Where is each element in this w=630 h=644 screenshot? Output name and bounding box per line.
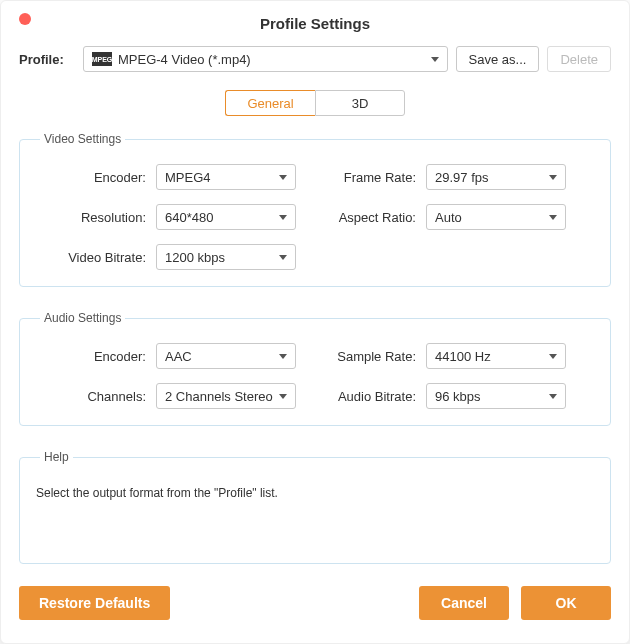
chevron-down-icon	[549, 394, 557, 399]
frame-rate-value: 29.97 fps	[435, 170, 489, 185]
frame-rate-select[interactable]: 29.97 fps	[426, 164, 566, 190]
ok-button[interactable]: OK	[521, 586, 611, 620]
mpeg-icon: MPEG	[92, 52, 112, 66]
channels-label: Channels:	[36, 389, 146, 404]
video-legend: Video Settings	[40, 132, 125, 146]
profile-select[interactable]: MPEG MPEG-4 Video (*.mp4)	[83, 46, 448, 72]
tab-general[interactable]: General	[225, 90, 315, 116]
video-bitrate-label: Video Bitrate:	[36, 250, 146, 265]
help-group: Help Select the output format from the "…	[19, 450, 611, 564]
chevron-down-icon	[549, 175, 557, 180]
aspect-ratio-label: Aspect Ratio:	[306, 210, 416, 225]
tab-bar: General 3D	[19, 90, 611, 116]
help-text: Select the output format from the "Profi…	[36, 486, 594, 500]
audio-encoder-label: Encoder:	[36, 349, 146, 364]
video-settings-group: Video Settings Encoder: MPEG4 Frame Rate…	[19, 132, 611, 287]
audio-bitrate-select[interactable]: 96 kbps	[426, 383, 566, 409]
chevron-down-icon	[279, 394, 287, 399]
video-encoder-select[interactable]: MPEG4	[156, 164, 296, 190]
sample-rate-value: 44100 Hz	[435, 349, 491, 364]
resolution-label: Resolution:	[36, 210, 146, 225]
frame-rate-label: Frame Rate:	[306, 170, 416, 185]
footer: Restore Defaults Cancel OK	[19, 586, 611, 620]
window-title: Profile Settings	[19, 15, 611, 32]
profile-select-value: MPEG-4 Video (*.mp4)	[118, 52, 251, 67]
audio-settings-group: Audio Settings Encoder: AAC Sample Rate:…	[19, 311, 611, 426]
close-icon[interactable]	[19, 13, 31, 25]
audio-encoder-select[interactable]: AAC	[156, 343, 296, 369]
channels-select[interactable]: 2 Channels Stereo	[156, 383, 296, 409]
chevron-down-icon	[279, 354, 287, 359]
restore-defaults-button[interactable]: Restore Defaults	[19, 586, 170, 620]
save-as-button[interactable]: Save as...	[456, 46, 540, 72]
tab-3d[interactable]: 3D	[315, 90, 405, 116]
aspect-ratio-value: Auto	[435, 210, 462, 225]
help-legend: Help	[40, 450, 73, 464]
delete-button: Delete	[547, 46, 611, 72]
video-encoder-value: MPEG4	[165, 170, 211, 185]
profile-settings-window: Profile Settings Profile: MPEG MPEG-4 Vi…	[0, 0, 630, 644]
audio-bitrate-label: Audio Bitrate:	[306, 389, 416, 404]
sample-rate-label: Sample Rate:	[306, 349, 416, 364]
video-encoder-label: Encoder:	[36, 170, 146, 185]
video-bitrate-select[interactable]: 1200 kbps	[156, 244, 296, 270]
audio-bitrate-value: 96 kbps	[435, 389, 481, 404]
cancel-button[interactable]: Cancel	[419, 586, 509, 620]
audio-encoder-value: AAC	[165, 349, 192, 364]
chevron-down-icon	[279, 255, 287, 260]
chevron-down-icon	[549, 354, 557, 359]
chevron-down-icon	[279, 215, 287, 220]
profile-row: Profile: MPEG MPEG-4 Video (*.mp4) Save …	[19, 46, 611, 72]
profile-label: Profile:	[19, 52, 75, 67]
chevron-down-icon	[431, 57, 439, 62]
video-bitrate-value: 1200 kbps	[165, 250, 225, 265]
sample-rate-select[interactable]: 44100 Hz	[426, 343, 566, 369]
chevron-down-icon	[279, 175, 287, 180]
audio-legend: Audio Settings	[40, 311, 125, 325]
channels-value: 2 Channels Stereo	[165, 389, 273, 404]
resolution-value: 640*480	[165, 210, 213, 225]
aspect-ratio-select[interactable]: Auto	[426, 204, 566, 230]
resolution-select[interactable]: 640*480	[156, 204, 296, 230]
chevron-down-icon	[549, 215, 557, 220]
